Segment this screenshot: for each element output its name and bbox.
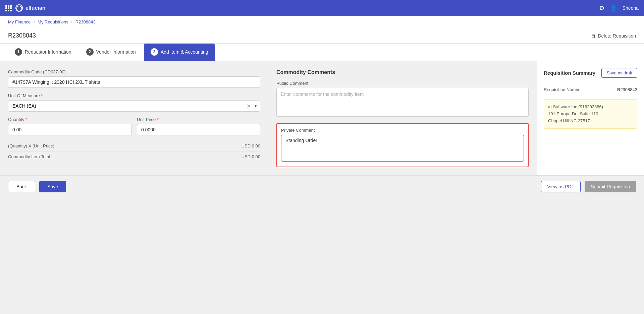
unit-price-label: Unit Price * (137, 117, 260, 122)
item-form-panel: Commodity Code (CD037-00) Unit Of Measur… (0, 61, 268, 175)
requisition-summary-sidebar: Requisition Summary Save as draft Requis… (537, 61, 644, 175)
back-button[interactable]: Back (8, 181, 35, 192)
tab-vendor-information[interactable]: 2 Vendor Information (79, 44, 143, 61)
commodity-code-label: Commodity Code (CD037-00) (8, 69, 260, 74)
breadcrumb-my-requisitions[interactable]: My Requisitions (38, 19, 68, 24)
req-number-value: R2308843 (617, 87, 637, 92)
private-comment-textarea[interactable]: Standing Order (281, 135, 524, 162)
user-icon[interactable]: 👤 (610, 4, 617, 12)
app-name: ellucian (25, 5, 46, 11)
view-as-pdf-button[interactable]: View as PDF (541, 181, 581, 192)
vendor-line-1: /n Software Inc (916202386) (548, 104, 633, 111)
req-number-label: Requisition Number (544, 87, 582, 92)
select-clear-icon[interactable]: ✕ (247, 103, 251, 109)
quantity-price-row: Quantity * Unit Price * (8, 117, 260, 141)
top-nav-right: ⚙ 👤 Sheena (599, 4, 639, 12)
uom-required-star: * (41, 93, 43, 98)
breadcrumb-dot-1: ● (33, 20, 35, 23)
page-title: R2308843 (8, 32, 36, 43)
tab-3-label: Add Item & Accounting (161, 49, 208, 55)
req-number-row: Requisition Number R2308843 (544, 84, 637, 95)
save-as-draft-button[interactable]: Save as draft (601, 68, 637, 78)
submit-requisition-button[interactable]: Submit Requisition (585, 181, 636, 192)
calc-label: (Quantity) X (Unit Price) (8, 143, 54, 148)
grid-icon[interactable] (5, 5, 11, 11)
save-button[interactable]: Save (39, 181, 66, 192)
unit-price-required-star: * (157, 117, 159, 122)
breadcrumb-req-id[interactable]: R2308843 (75, 19, 96, 24)
vendor-line-3: Chapel Hill NC 27517 (548, 118, 633, 125)
unit-of-measure-select-wrapper: EACH (EA) ✕ ▼ (8, 100, 260, 112)
public-comment-textarea[interactable] (276, 88, 529, 117)
total-value: USD 0.00 (241, 154, 260, 159)
commodity-total-row: Commodity Item Total USD 0.00 (8, 151, 260, 162)
tab-2-label: Vendor Information (96, 49, 136, 55)
footer: Back Save View as PDF Submit Requisition (0, 175, 644, 198)
unit-of-measure-label: Unit Of Measure * (8, 93, 260, 98)
delete-label: Delete Requisition (598, 33, 636, 39)
footer-left-buttons: Back Save (8, 181, 66, 192)
vendor-info-card: /n Software Inc (916202386) 101 Europa D… (544, 99, 637, 129)
comments-title: Commodity Comments (276, 69, 529, 75)
comments-panel: Commodity Comments Public Comment Privat… (268, 61, 537, 175)
tabs-bar: 1 Requestor Information 2 Vendor Informa… (0, 44, 644, 61)
commodity-code-input[interactable] (8, 76, 260, 88)
app-logo: ◯ ellucian (15, 4, 46, 12)
tab-1-label: Requestor Information (25, 49, 71, 55)
trash-icon: 🗑 (591, 33, 596, 39)
delete-requisition-button[interactable]: 🗑 Delete Requisition (591, 33, 636, 43)
settings-icon[interactable]: ⚙ (599, 4, 604, 12)
tab-3-number: 3 (151, 48, 158, 56)
vendor-line-2: 101 Europa Dr., Suite 110 (548, 111, 633, 118)
commodity-code-group: Commodity Code (CD037-00) (8, 69, 260, 88)
tab-add-item-accounting[interactable]: 3 Add Item & Accounting (144, 44, 215, 61)
tab-2-number: 2 (86, 48, 94, 56)
unit-price-group: Unit Price * (137, 117, 260, 135)
tab-1-number: 1 (15, 48, 22, 56)
quantity-required-star: * (25, 117, 27, 122)
page-header: R2308843 🗑 Delete Requisition (0, 28, 644, 44)
total-label: Commodity Item Total (8, 154, 50, 159)
top-nav: ◯ ellucian ⚙ 👤 Sheena (0, 0, 644, 16)
unit-of-measure-select[interactable]: EACH (EA) (8, 100, 260, 112)
quantity-input[interactable] (8, 124, 131, 135)
breadcrumb-dot-2: ● (71, 20, 73, 23)
unit-price-input[interactable] (137, 124, 260, 135)
content-area: Commodity Code (CD037-00) Unit Of Measur… (0, 61, 644, 175)
breadcrumb-my-finance[interactable]: My Finance (8, 19, 31, 24)
quantity-group: Quantity * (8, 117, 131, 135)
calc-value: USD 0.00 (241, 143, 260, 148)
top-nav-left: ◯ ellucian (5, 4, 46, 12)
private-comment-box: Private Comment Standing Order (276, 123, 529, 167)
quantity-label: Quantity * (8, 117, 131, 122)
tab-requestor-information[interactable]: 1 Requestor Information (8, 44, 78, 61)
public-comment-group: Public Comment (276, 81, 529, 118)
public-comment-label: Public Comment (276, 81, 529, 86)
breadcrumb: My Finance ● My Requisitions ● R2308843 (0, 16, 644, 28)
sidebar-header: Requisition Summary Save as draft (544, 68, 637, 78)
sidebar-title: Requisition Summary (544, 70, 595, 76)
user-name: Sheena (623, 5, 639, 11)
quantity-price-calc-row: (Quantity) X (Unit Price) USD 0.00 (8, 141, 260, 151)
private-comment-label: Private Comment (281, 128, 524, 133)
footer-right-buttons: View as PDF Submit Requisition (541, 181, 636, 192)
logo-circle: ◯ (15, 4, 23, 12)
unit-of-measure-group: Unit Of Measure * EACH (EA) ✕ ▼ (8, 93, 260, 112)
